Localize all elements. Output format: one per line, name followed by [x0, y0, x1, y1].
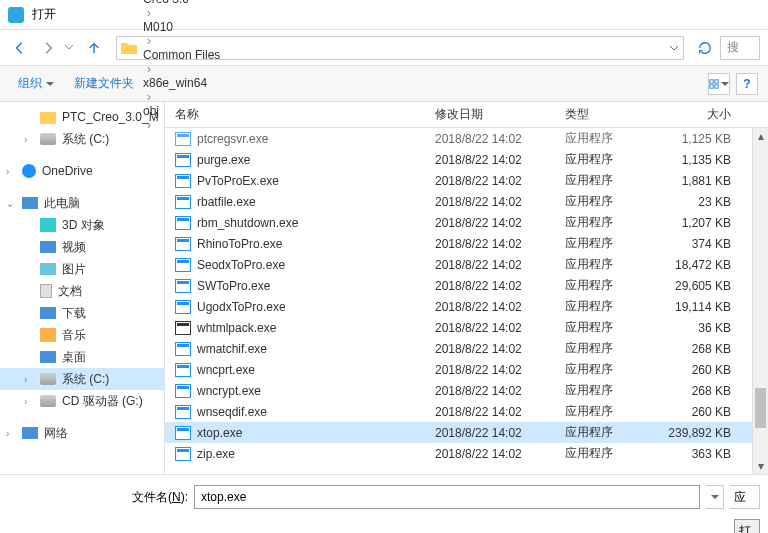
- col-size[interactable]: 大小: [655, 106, 745, 123]
- exe-icon: [175, 258, 191, 272]
- breadcrumb-1[interactable]: Creo 3.0: [143, 0, 220, 6]
- up-button[interactable]: [82, 36, 106, 60]
- title-bar: 打开: [0, 0, 768, 30]
- file-name: wmatchif.exe: [197, 342, 267, 356]
- file-size: 18,472 KB: [655, 258, 745, 272]
- exe-icon: [175, 342, 191, 356]
- file-row[interactable]: purge.exe2018/8/22 14:02应用程序1,135 KB: [165, 149, 768, 170]
- tree-this-pc[interactable]: ⌄此电脑: [0, 192, 164, 214]
- file-type: 应用程序: [555, 424, 655, 441]
- col-name[interactable]: 名称: [165, 106, 425, 123]
- file-date: 2018/8/22 14:02: [425, 153, 555, 167]
- svg-rect-0: [710, 79, 713, 82]
- back-button[interactable]: [8, 36, 32, 60]
- nav-row: PTC›Creo 3.0›M010›Common Files›x86e_win6…: [0, 30, 768, 66]
- file-type: 应用程序: [555, 277, 655, 294]
- tree-video[interactable]: 视频: [0, 236, 164, 258]
- file-row[interactable]: RhinoToPro.exe2018/8/22 14:02应用程序374 KB: [165, 233, 768, 254]
- file-row[interactable]: xtop.exe2018/8/22 14:02应用程序239,892 KB: [165, 422, 768, 443]
- tree-system-c[interactable]: ›系统 (C:): [0, 128, 164, 150]
- forward-button[interactable]: [36, 36, 60, 60]
- tree-network[interactable]: ›网络: [0, 422, 164, 444]
- file-row[interactable]: wncprt.exe2018/8/22 14:02应用程序260 KB: [165, 359, 768, 380]
- file-size: 19,114 KB: [655, 300, 745, 314]
- tree-system-c2[interactable]: ›系统 (C:): [0, 368, 164, 390]
- svg-rect-3: [715, 84, 718, 87]
- recent-dropdown[interactable]: [64, 41, 78, 55]
- tree-cd[interactable]: ›CD 驱动器 (G:): [0, 390, 164, 412]
- file-row[interactable]: wnseqdif.exe2018/8/22 14:02应用程序260 KB: [165, 401, 768, 422]
- file-date: 2018/8/22 14:02: [425, 216, 555, 230]
- filename-history-dropdown[interactable]: [706, 485, 724, 509]
- file-date: 2018/8/22 14:02: [425, 342, 555, 356]
- open-button[interactable]: 打: [734, 519, 760, 533]
- file-date: 2018/8/22 14:02: [425, 384, 555, 398]
- file-row[interactable]: UgodxToPro.exe2018/8/22 14:02应用程序19,114 …: [165, 296, 768, 317]
- svg-rect-1: [715, 79, 718, 82]
- breadcrumb-3[interactable]: Common Files: [143, 48, 220, 62]
- file-size: 260 KB: [655, 405, 745, 419]
- file-type: 应用程序: [555, 382, 655, 399]
- new-folder-button[interactable]: 新建文件夹: [66, 71, 142, 96]
- file-date: 2018/8/22 14:02: [425, 405, 555, 419]
- file-row[interactable]: zip.exe2018/8/22 14:02应用程序363 KB: [165, 443, 768, 464]
- chevron-down-icon[interactable]: [669, 43, 679, 53]
- tree-3d[interactable]: 3D 对象: [0, 214, 164, 236]
- file-name: SWToPro.exe: [197, 279, 270, 293]
- svg-rect-2: [710, 84, 713, 87]
- refresh-button[interactable]: [694, 41, 716, 55]
- tree-pictures[interactable]: 图片: [0, 258, 164, 280]
- file-size: 374 KB: [655, 237, 745, 251]
- search-input[interactable]: 搜: [720, 36, 760, 60]
- file-date: 2018/8/22 14:02: [425, 300, 555, 314]
- file-name: SeodxToPro.exe: [197, 258, 285, 272]
- scrollbar[interactable]: ▴ ▾: [752, 128, 768, 474]
- breadcrumb-2[interactable]: M010: [143, 20, 220, 34]
- exe-icon: [175, 405, 191, 419]
- file-list: ptcregsvr.exe2018/8/22 14:02应用程序1,125 KB…: [165, 128, 768, 474]
- filename-input[interactable]: [194, 485, 700, 509]
- view-button[interactable]: [708, 73, 730, 95]
- scroll-thumb[interactable]: [755, 388, 766, 428]
- exe-icon: [175, 279, 191, 293]
- tree-downloads[interactable]: 下载: [0, 302, 164, 324]
- file-row[interactable]: PvToProEx.exe2018/8/22 14:02应用程序1,881 KB: [165, 170, 768, 191]
- breadcrumb-4[interactable]: x86e_win64: [143, 76, 220, 90]
- file-row[interactable]: wmatchif.exe2018/8/22 14:02应用程序268 KB: [165, 338, 768, 359]
- scroll-up-icon[interactable]: ▴: [753, 128, 768, 144]
- chevron-right-icon[interactable]: ›: [143, 62, 155, 76]
- exe-icon: [175, 300, 191, 314]
- file-date: 2018/8/22 14:02: [425, 426, 555, 440]
- file-type: 应用程序: [555, 361, 655, 378]
- file-row[interactable]: rbm_shutdown.exe2018/8/22 14:02应用程序1,207…: [165, 212, 768, 233]
- help-button[interactable]: ?: [736, 73, 758, 95]
- col-type[interactable]: 类型: [555, 106, 655, 123]
- tree-music[interactable]: 音乐: [0, 324, 164, 346]
- filetype-dropdown[interactable]: 应: [730, 485, 760, 509]
- file-row[interactable]: whtmlpack.exe2018/8/22 14:02应用程序36 KB: [165, 317, 768, 338]
- tree-onedrive[interactable]: ›OneDrive: [0, 160, 164, 182]
- chevron-right-icon[interactable]: ›: [143, 34, 155, 48]
- col-date[interactable]: 修改日期: [425, 106, 555, 123]
- file-type: 应用程序: [555, 151, 655, 168]
- folder-icon: [121, 41, 137, 55]
- file-type: 应用程序: [555, 130, 655, 147]
- file-size: 268 KB: [655, 384, 745, 398]
- organize-button[interactable]: 组织: [10, 71, 62, 96]
- chevron-right-icon[interactable]: ›: [143, 6, 155, 20]
- file-name: ptcregsvr.exe: [197, 132, 268, 146]
- file-row[interactable]: rbatfile.exe2018/8/22 14:02应用程序23 KB: [165, 191, 768, 212]
- file-row[interactable]: SeodxToPro.exe2018/8/22 14:02应用程序18,472 …: [165, 254, 768, 275]
- exe-icon: [175, 195, 191, 209]
- scroll-down-icon[interactable]: ▾: [753, 458, 768, 474]
- breadcrumb-bar[interactable]: PTC›Creo 3.0›M010›Common Files›x86e_win6…: [116, 36, 684, 60]
- tree-desktop[interactable]: 桌面: [0, 346, 164, 368]
- file-size: 29,605 KB: [655, 279, 745, 293]
- file-row[interactable]: SWToPro.exe2018/8/22 14:02应用程序29,605 KB: [165, 275, 768, 296]
- tree-ptc-folder[interactable]: PTC_Creo_3.0_M: [0, 106, 164, 128]
- file-type: 应用程序: [555, 319, 655, 336]
- file-row[interactable]: wncrypt.exe2018/8/22 14:02应用程序268 KB: [165, 380, 768, 401]
- file-row[interactable]: ptcregsvr.exe2018/8/22 14:02应用程序1,125 KB: [165, 128, 768, 149]
- exe-icon: [175, 363, 191, 377]
- tree-docs[interactable]: 文档: [0, 280, 164, 302]
